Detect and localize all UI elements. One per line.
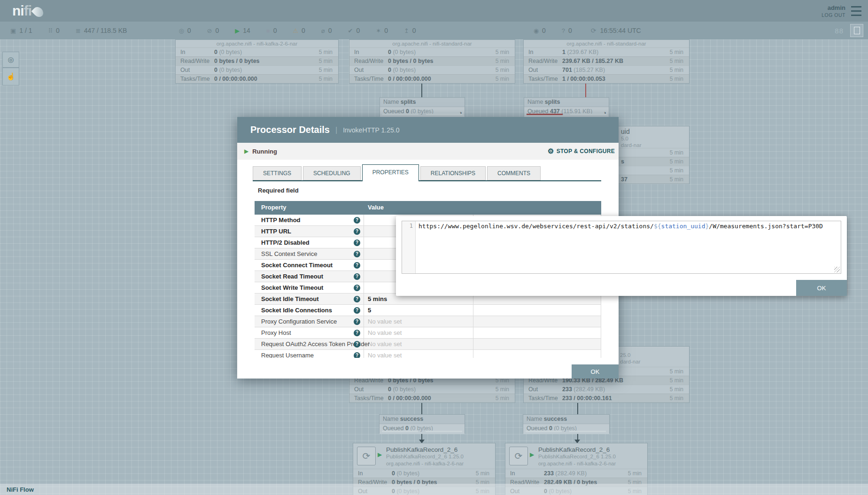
connection-line[interactable]: [421, 83, 422, 97]
dialog-title: Processor Details: [250, 124, 330, 135]
load-balance-icon: ◑: [459, 108, 462, 117]
stat-row: In0 (0 bytes)5 min: [353, 469, 495, 478]
property-row[interactable]: Request Username ? No value set: [255, 350, 601, 358]
connection-label-splits[interactable]: Name splits Queued 437 (115.91 KB) ◑: [524, 97, 609, 116]
refresh-icon[interactable]: ⟳: [591, 27, 597, 34]
stat-row: Tasks/Time0 / 00:00:00.0005 min: [349, 394, 515, 402]
processor-nar-fragment: dard-nar: [621, 142, 641, 148]
line-number-gutter: 1: [402, 221, 416, 273]
tab-scheduling[interactable]: SCHEDULING: [303, 166, 361, 180]
navigate-palette[interactable]: ◎: [2, 52, 19, 68]
processor-stats-box[interactable]: org.apache.nifi - nifi-standard-nar In0 …: [349, 39, 515, 84]
processor-nar: org.apache.nifi - nifi-kafka-2-6-nar: [176, 40, 338, 47]
property-value-editor: 1 https://www.pegelonline.wsv.de/webserv…: [396, 216, 847, 296]
help-icon[interactable]: ?: [354, 352, 360, 358]
property-row[interactable]: Request OAuth2 Access Token Provider ? N…: [255, 339, 601, 350]
processor-stats-box[interactable]: org.apache.nifi - nifi-standard-nar In1 …: [523, 39, 690, 84]
help-icon[interactable]: ?: [354, 240, 360, 246]
help-icon[interactable]: ?: [354, 273, 360, 280]
stale-icon: ↥0: [404, 27, 416, 34]
template-tool-icon[interactable]: [202, 4, 216, 18]
connection-line-backpressure[interactable]: [585, 83, 586, 97]
queued-icon: ≣447 / 118.5 KB: [76, 27, 127, 34]
help-icon[interactable]: ?: [354, 318, 360, 325]
sync-failure-icon: ?0: [562, 27, 572, 34]
tab-comments[interactable]: COMMENTS: [487, 166, 541, 180]
value-text-area[interactable]: 1 https://www.pegelonline.wsv.de/webserv…: [402, 221, 841, 274]
running-icon: ▶: [530, 451, 534, 458]
editor-ok-button[interactable]: OK: [796, 280, 847, 296]
help-icon[interactable]: ?: [354, 228, 360, 235]
running-icon: ▶: [378, 451, 382, 458]
connection-line[interactable]: [421, 433, 422, 440]
help-icon[interactable]: ?: [354, 307, 360, 314]
processor-version-fragment: 25.0: [620, 352, 630, 358]
help-icon[interactable]: ?: [354, 341, 360, 348]
last-refresh: ⟳ 16:55:44 UTC: [591, 27, 641, 34]
processor-nar: org.apache.nifi - nifi-kafka-2-6-nar: [386, 461, 464, 466]
stat-row: Out0 (0 bytes)5 min: [349, 65, 515, 74]
stat-row: Tasks/Time0 / 00:00:00.0005 min: [176, 74, 338, 83]
operate-palette[interactable]: ☝: [2, 68, 19, 85]
nifi-logo: nifi: [12, 3, 43, 19]
processor-icon: ⟳: [357, 447, 376, 465]
processor-stats-box[interactable]: org.apache.nifi - nifi-kafka-2-6-nar In0…: [175, 39, 339, 84]
connection-line[interactable]: [577, 433, 578, 440]
connection-label-success[interactable]: Name success Queued 0 (0 bytes): [523, 414, 610, 433]
tab-settings[interactable]: SETTINGS: [253, 166, 302, 180]
processor-nar: org.apache.nifi - nifi-standard-nar: [349, 40, 515, 47]
flow-summary-button[interactable]: [850, 24, 863, 37]
dialog-header: Processor Details | InvokeHTTP 1.25.0: [237, 117, 619, 143]
load-balance-icon: ◑: [603, 108, 606, 117]
property-row[interactable]: Socket Idle Connections ? 5: [255, 305, 601, 316]
help-icon[interactable]: ?: [354, 262, 360, 269]
connection-line[interactable]: [577, 402, 578, 414]
stat-row: Tasks/Time233 / 00:00:00.1615 min: [524, 394, 689, 402]
process-group-tool-icon[interactable]: [127, 4, 141, 18]
property-row[interactable]: Proxy Host ? No value set: [255, 327, 601, 339]
resize-grip[interactable]: [834, 267, 840, 272]
funnel-tool-icon[interactable]: [177, 4, 191, 18]
refresh-time: 16:55:44 UTC: [600, 27, 641, 34]
help-icon[interactable]: ?: [354, 296, 360, 302]
remote-process-group-tool-icon[interactable]: [152, 4, 166, 18]
stat-row: In233 (282.49 KB)5 min: [505, 469, 647, 478]
connection-label-success[interactable]: Name success Queued 0 (0 bytes): [379, 414, 465, 433]
property-row[interactable]: Proxy Configuration Service ? No value s…: [255, 316, 601, 327]
stat-row: Tasks/Time0 / 00:00:00.0005 min: [349, 74, 515, 83]
url-value[interactable]: https://www.pegelonline.wsv.de/webservic…: [416, 221, 823, 273]
help-icon[interactable]: ?: [354, 285, 360, 291]
processor-title-fragment: uid: [621, 128, 630, 135]
logout-link[interactable]: LOG OUT: [822, 12, 845, 18]
birdseye-toggle-icon[interactable]: 88: [835, 27, 844, 35]
droplet-icon: [31, 5, 46, 19]
stat-row: In0 (0 bytes)5 min: [176, 47, 338, 56]
stat-value-fragment: 37: [621, 176, 628, 183]
processor-tool-icon[interactable]: [52, 4, 66, 18]
stat-row: Tasks/Time1 / 00:00:00.0535 min: [524, 74, 689, 83]
processor-title: PublishKafkaRecord_2_6: [386, 446, 457, 453]
tab-relationships[interactable]: RELATIONSHIPS: [420, 166, 486, 180]
connection-line[interactable]: [421, 402, 422, 414]
label-tool-icon[interactable]: [226, 4, 240, 18]
dialog-ok-button[interactable]: OK: [572, 364, 619, 379]
output-port-tool-icon[interactable]: [102, 4, 116, 18]
processor-version: PublishKafkaRecord_2_6 1.25.0: [538, 454, 616, 459]
running-icon: ▶14: [235, 27, 250, 34]
input-port-tool-icon[interactable]: [77, 4, 91, 18]
breadcrumb[interactable]: NiFi Flow: [7, 486, 34, 493]
help-icon[interactable]: ?: [354, 330, 360, 336]
stat-row: Out233 (282.49 KB)5 min: [524, 385, 689, 394]
processor-status-row: ▶ Running ⚙ STOP & CONFIGURE: [237, 143, 619, 160]
help-icon[interactable]: ?: [354, 217, 360, 224]
locally-modified-stale-icon: ◉0: [534, 27, 546, 34]
global-menu-icon[interactable]: [851, 6, 861, 16]
connection-label-splits[interactable]: Name splits Queued 0 (0 bytes) ◑: [380, 97, 465, 116]
stat-row: In0 (0 bytes)5 min: [349, 47, 515, 56]
app-header: nifi admin LOG OUT: [0, 0, 868, 22]
stop-and-configure-button[interactable]: ⚙ STOP & CONFIGURE: [548, 147, 615, 155]
processor-nar: org.apache.nifi - nifi-kafka-2-6-nar: [538, 461, 616, 466]
tab-properties[interactable]: PROPERTIES: [362, 164, 419, 181]
help-icon[interactable]: ?: [354, 251, 360, 257]
disabled-icon: ⌀0: [321, 27, 332, 34]
